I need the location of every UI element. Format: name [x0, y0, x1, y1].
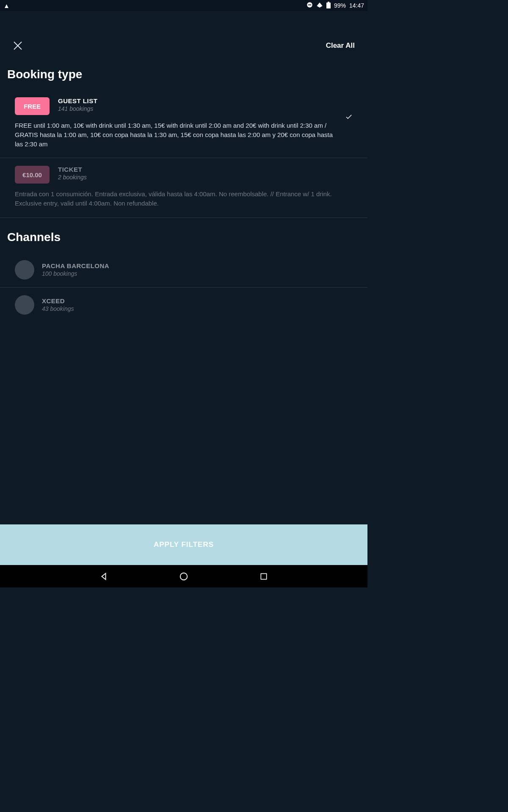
svg-rect-1	[308, 5, 312, 5]
main-content: Clear All Booking type FREE GUEST LIST 1…	[0, 11, 367, 524]
booking-name: GUEST LIST	[58, 97, 97, 104]
booking-count: 2 bookings	[58, 174, 87, 181]
status-left: ▲	[3, 2, 10, 9]
section-title-booking-type: Booking type	[0, 55, 367, 90]
booking-top: FREE GUEST LIST 141 bookings	[15, 97, 353, 115]
booking-meta: TICKET 2 bookings	[58, 166, 87, 181]
channel-meta: XCEED 43 bookings	[42, 297, 74, 312]
recents-button[interactable]	[259, 571, 269, 582]
battery-percentage: 99%	[334, 2, 346, 9]
status-bar: ▲ 99% 14:47	[0, 0, 367, 11]
price-badge: €10.00	[15, 166, 50, 184]
close-button[interactable]	[13, 41, 23, 51]
booking-description: Entrada con 1 consumición. Entrada exclu…	[15, 189, 337, 208]
channel-count: 100 bookings	[42, 270, 109, 277]
booking-description: FREE until 1:00 am, 10€ with drink until…	[15, 121, 337, 148]
wifi-icon	[316, 2, 323, 10]
status-right: 99% 14:47	[306, 2, 364, 10]
apply-filters-button[interactable]: APPLY FILTERS	[0, 524, 367, 565]
check-icon	[345, 113, 353, 123]
booking-name: TICKET	[58, 166, 87, 173]
booking-type-item[interactable]: FREE GUEST LIST 141 bookings FREE until …	[0, 90, 367, 158]
channel-meta: PACHA BARCELONA 100 bookings	[42, 262, 109, 277]
svg-rect-3	[328, 2, 329, 3]
channel-name: PACHA BARCELONA	[42, 262, 109, 269]
clear-all-button[interactable]: Clear All	[326, 41, 355, 50]
channel-item[interactable]: XCEED 43 bookings	[0, 288, 367, 322]
dnd-icon	[306, 2, 313, 9]
booking-meta: GUEST LIST 141 bookings	[58, 97, 97, 112]
channel-avatar	[15, 295, 34, 315]
warning-icon: ▲	[3, 2, 10, 9]
channel-name: XCEED	[42, 297, 74, 304]
android-nav-bar	[0, 565, 367, 587]
price-badge: FREE	[15, 97, 50, 115]
channel-item[interactable]: PACHA BARCELONA 100 bookings	[0, 252, 367, 288]
home-button[interactable]	[179, 571, 189, 582]
booking-type-item[interactable]: €10.00 TICKET 2 bookings Entrada con 1 c…	[0, 158, 367, 218]
clock: 14:47	[349, 2, 364, 9]
booking-count: 141 bookings	[58, 105, 97, 112]
svg-rect-2	[326, 3, 331, 8]
booking-top: €10.00 TICKET 2 bookings	[15, 166, 353, 184]
svg-rect-7	[261, 573, 267, 579]
section-title-channels: Channels	[0, 218, 367, 252]
channel-count: 43 bookings	[42, 305, 74, 312]
battery-icon	[326, 2, 331, 10]
svg-point-6	[180, 573, 188, 580]
header-row: Clear All	[0, 28, 367, 55]
channel-avatar	[15, 260, 34, 280]
back-button[interactable]	[99, 571, 109, 582]
